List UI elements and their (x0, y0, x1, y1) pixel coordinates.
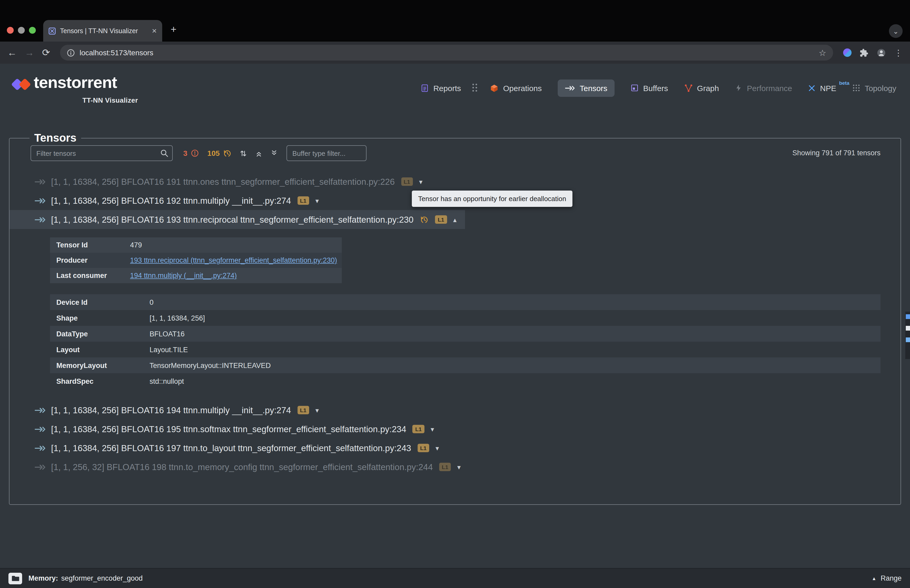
site-info-icon[interactable] (67, 49, 75, 57)
chevron-down-icon[interactable]: ▾ (419, 178, 423, 186)
address-bar[interactable]: localhost:5173/tensors ☆ (60, 45, 833, 61)
warning-count-button[interactable]: 3 (183, 149, 199, 157)
window-zoom-button[interactable] (29, 27, 36, 34)
deallocation-hint-icon[interactable] (420, 215, 429, 224)
nav-reports[interactable]: Reports (420, 84, 461, 92)
window-minimize-button[interactable] (18, 27, 25, 34)
nav-label: NPE (820, 84, 836, 92)
nav-buffers[interactable]: Buffers (630, 84, 668, 92)
detail-label: Tensor Id (50, 241, 130, 249)
tab-search-button[interactable]: ⌄ (889, 24, 903, 38)
tensor-row[interactable]: [1, 1, 256, 32] BFLOAT16 198 ttnn.to_mem… (10, 457, 469, 477)
tensor-detail-properties: Device Id 0 Shape [1, 1, 16384, 256] Dat… (50, 294, 881, 389)
reload-button[interactable]: ⟳ (42, 48, 50, 57)
chevron-down-icon[interactable]: ▾ (431, 425, 434, 433)
detail-value: [1, 1, 16384, 256] (150, 314, 205, 322)
tenstorrent-logo-icon (11, 75, 32, 95)
detail-label: MemoryLayout (50, 361, 150, 369)
tensor-row[interactable]: [1, 1, 16384, 256] BFLOAT16 197 ttnn.to_… (10, 438, 448, 457)
detail-label: DataType (50, 330, 150, 338)
tensor-row[interactable]: [1, 1, 16384, 256] BFLOAT16 191 ttnn.one… (10, 172, 431, 191)
profile-avatar[interactable] (876, 48, 886, 58)
last-consumer-link[interactable]: 194 ttnn.multiply (__init__.py:274) (130, 271, 237, 279)
producer-link[interactable]: 193 ttnn.reciprocal (ttnn_segformer_effi… (130, 256, 337, 264)
warning-icon (191, 149, 199, 157)
browser-tab-strip: Tensors | TT-NN Visualizer ✕ + ⌄ (0, 0, 910, 42)
tensors-arrow-icon (565, 85, 575, 91)
open-report-folder-button[interactable] (8, 572, 22, 584)
l1-badge: L1 (439, 463, 451, 471)
clipped-side-panel (905, 312, 910, 359)
nav-operations[interactable]: Operations (490, 84, 542, 92)
url-text[interactable]: localhost:5173/tensors (79, 48, 153, 57)
back-button[interactable]: ← (7, 48, 17, 57)
app-root: tenstorrent TT-NN Visualizer Reports Ope… (0, 64, 910, 588)
logo-wordmark: tenstorrent (34, 73, 117, 92)
tensor-arrow-icon (35, 179, 46, 184)
chevron-up-icon[interactable]: ▴ (453, 216, 457, 223)
tensor-list: [1, 1, 16384, 256] BFLOAT16 191 ttnn.one… (10, 172, 900, 477)
history-count-button[interactable]: 105 (207, 149, 232, 158)
detail-row: DataType BFLOAT16 (50, 326, 881, 342)
detail-row: ShardSpec std::nullopt (50, 373, 881, 389)
tensor-row[interactable]: [1, 1, 16384, 256] BFLOAT16 195 ttnn.sof… (10, 420, 443, 438)
extension-badge-icon[interactable] (843, 48, 852, 57)
nav-label: Buffers (643, 84, 668, 92)
reports-icon (420, 84, 429, 92)
chevron-down-icon[interactable]: ▾ (315, 406, 319, 414)
nav-tensors[interactable]: Tensors (558, 79, 615, 97)
collapse-all-button[interactable] (255, 149, 263, 157)
tensor-row-label: [1, 1, 16384, 256] BFLOAT16 193 ttnn.rec… (51, 215, 414, 225)
window-close-button[interactable] (7, 27, 14, 34)
memory-label: Memory: (28, 574, 58, 582)
nav-graph[interactable]: Graph (684, 84, 719, 92)
range-toggle-button[interactable]: ▲ Range (872, 574, 902, 582)
tensor-arrow-icon (35, 198, 46, 204)
detail-value: BFLOAT16 (150, 330, 184, 338)
detail-value: std::nullopt (150, 377, 184, 385)
chevron-down-icon[interactable]: ▾ (457, 463, 461, 471)
search-icon (160, 149, 168, 157)
deallocation-tooltip: Tensor has an opportunity for earlier de… (412, 191, 572, 207)
browser-menu-icon[interactable]: ⋮ (894, 48, 903, 58)
tensor-row-label: [1, 1, 16384, 256] BFLOAT16 197 ttnn.to_… (51, 443, 411, 453)
tensor-arrow-icon (35, 407, 46, 413)
buffer-type-filter-input[interactable] (286, 145, 367, 161)
nav-label: Topology (865, 84, 896, 92)
nav-performance[interactable]: Performance (735, 84, 792, 92)
chevron-down-icon[interactable]: ▾ (435, 444, 439, 452)
detail-label: ShardSpec (50, 377, 150, 385)
detail-row: Shape [1, 1, 16384, 256] (50, 310, 881, 326)
screen: Tensors | TT-NN Visualizer ✕ + ⌄ ← → ⟳ l… (0, 0, 910, 588)
apps-grid-icon[interactable] (473, 84, 478, 92)
expand-all-button[interactable] (270, 149, 278, 157)
sort-toggle-button[interactable] (239, 149, 247, 158)
extensions-puzzle-icon[interactable] (860, 48, 868, 57)
tensor-row-label: [1, 1, 16384, 256] BFLOAT16 194 ttnn.mul… (51, 405, 291, 415)
tab-close-icon[interactable]: ✕ (152, 27, 157, 34)
filter-tensors-input[interactable] (31, 145, 173, 161)
history-clock-icon (223, 149, 232, 158)
chevron-down-icon[interactable]: ▾ (315, 197, 319, 205)
main-nav: Reports Operations Tensors Buffers (420, 78, 896, 99)
filter-bar: 3 105 (31, 145, 367, 162)
tensor-row[interactable]: [1, 1, 16384, 256] BFLOAT16 194 ttnn.mul… (10, 401, 327, 420)
detail-row: Device Id 0 (50, 294, 881, 310)
tensor-detail-summary: Tensor Id 479 Producer 193 ttnn.reciproc… (50, 237, 342, 283)
npe-icon (808, 84, 816, 92)
topology-grid-icon (852, 84, 860, 92)
nav-topology[interactable]: Topology (852, 84, 896, 92)
forward-button[interactable]: → (25, 48, 34, 57)
bookmark-star-icon[interactable]: ☆ (819, 48, 826, 58)
favicon-icon (48, 27, 56, 34)
tensor-row[interactable]: [1, 1, 16384, 256] BFLOAT16 192 ttnn.mul… (10, 191, 327, 210)
browser-tab[interactable]: Tensors | TT-NN Visualizer ✕ (43, 20, 162, 42)
graph-icon (684, 84, 693, 92)
tensor-row-label: [1, 1, 16384, 256] BFLOAT16 195 ttnn.sof… (51, 424, 406, 434)
tensor-row-selected[interactable]: [1, 1, 16384, 256] BFLOAT16 193 ttnn.rec… (10, 210, 465, 229)
nav-npe[interactable]: NPE beta (808, 84, 836, 92)
history-count: 105 (207, 149, 220, 157)
l1-badge: L1 (435, 216, 447, 224)
new-tab-button[interactable]: + (171, 24, 176, 35)
detail-label: Shape (50, 314, 150, 322)
